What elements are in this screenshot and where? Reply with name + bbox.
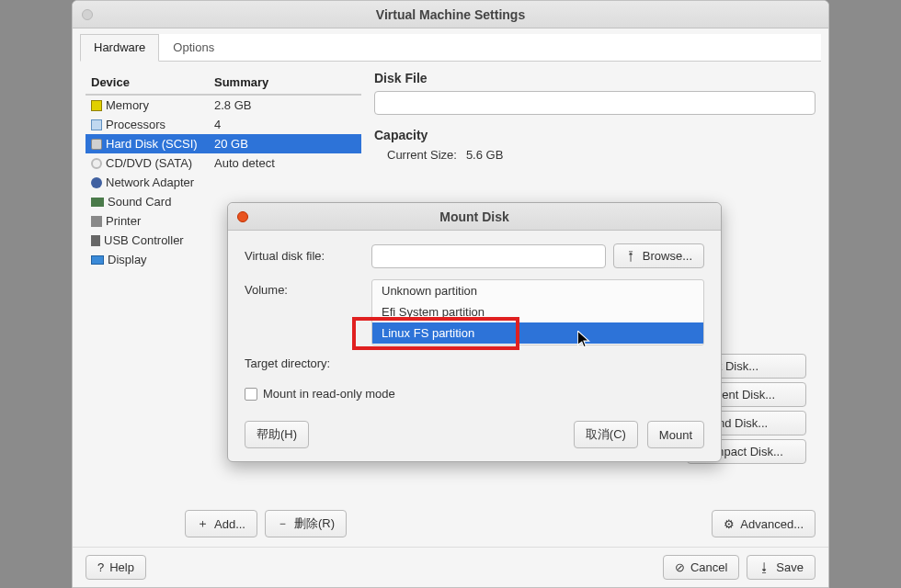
dialog-titlebar: Mount Disk	[228, 203, 721, 231]
question-icon: ?	[97, 560, 104, 574]
current-size-value: 5.6 GB	[466, 148, 503, 162]
footer: ?Help ⊘Cancel ⭳Save	[73, 547, 828, 587]
save-button[interactable]: ⭳Save	[747, 555, 815, 580]
dialog-help-button[interactable]: 帮助(H)	[245, 421, 309, 448]
dialog-close-icon[interactable]	[237, 211, 248, 222]
harddisk-icon	[91, 139, 102, 150]
usb-icon	[91, 235, 100, 246]
dialog-mount-button[interactable]: Mount	[647, 421, 704, 448]
dialog-footer: 帮助(H) 取消(C) Mount	[228, 412, 721, 461]
titlebar: Virtual Machine Settings	[73, 1, 828, 28]
dialog-title: Mount Disk	[439, 209, 508, 224]
delete-button[interactable]: －删除(R)	[265, 510, 347, 537]
window-title: Virtual Machine Settings	[376, 7, 525, 22]
display-icon	[91, 255, 104, 265]
volume-item-unknown[interactable]: Unknown partition	[372, 280, 703, 301]
cd-icon	[91, 158, 102, 169]
sound-icon	[91, 198, 104, 207]
capacity-label: Capacity	[374, 128, 815, 142]
current-size-label: Current Size:	[387, 148, 457, 162]
cpu-icon	[91, 119, 102, 130]
readonly-checkbox[interactable]	[245, 388, 257, 401]
network-icon	[91, 177, 102, 188]
col-summary: Summary	[214, 75, 361, 89]
memory-icon	[91, 100, 102, 111]
volume-item-linuxfs[interactable]: Linux FS partition	[372, 322, 703, 344]
target-directory-label: Target directory:	[245, 356, 364, 370]
volume-listbox[interactable]: Unknown partition Efi System partition L…	[371, 279, 704, 345]
device-row-harddisk[interactable]: Hard Disk (SCSI) 20 GB	[86, 134, 361, 153]
disk-file-label: Disk File	[374, 71, 815, 85]
advanced-button[interactable]: ⚙Advanced...	[712, 510, 815, 537]
bottom-row: ＋Add... －删除(R) ⚙Advanced...	[73, 501, 828, 547]
browse-button[interactable]: ⭱Browse...	[613, 243, 704, 268]
device-row-memory[interactable]: Memory 2.8 GB	[86, 96, 361, 115]
cancel-button[interactable]: ⊘Cancel	[663, 555, 739, 580]
download-icon: ⭳	[758, 560, 770, 574]
volume-label: Volume:	[245, 279, 364, 297]
readonly-row[interactable]: Mount in read-only mode	[245, 387, 704, 401]
close-dot-icon[interactable]	[82, 9, 93, 20]
volume-item-efi[interactable]: Efi System partition	[372, 301, 703, 322]
capacity-row: Current Size: 5.6 GB	[387, 148, 815, 162]
printer-icon	[91, 216, 102, 227]
minus-icon: －	[277, 515, 289, 532]
device-row-processors[interactable]: Processors 4	[86, 115, 361, 134]
dialog-cancel-button[interactable]: 取消(C)	[574, 421, 638, 448]
mount-disk-dialog: Mount Disk Virtual disk file: ⭱Browse...…	[227, 202, 722, 462]
tab-options[interactable]: Options	[159, 34, 228, 61]
add-button[interactable]: ＋Add...	[185, 510, 257, 537]
virtual-disk-file-label: Virtual disk file:	[245, 249, 364, 263]
gear-icon: ⚙	[724, 517, 735, 531]
tab-hardware[interactable]: Hardware	[80, 34, 159, 62]
help-button[interactable]: ?Help	[86, 555, 146, 580]
device-row-network[interactable]: Network Adapter	[86, 173, 361, 192]
upload-icon: ⭱	[625, 249, 637, 263]
col-device: Device	[86, 75, 214, 89]
prohibit-icon: ⊘	[675, 560, 685, 574]
plus-icon: ＋	[197, 515, 209, 532]
tab-row: Hardware Options	[80, 34, 821, 62]
disk-file-input[interactable]	[374, 91, 815, 115]
device-table-header: Device Summary	[86, 71, 361, 96]
device-row-cddvd[interactable]: CD/DVD (SATA) Auto detect	[86, 153, 361, 173]
virtual-disk-file-input[interactable]	[371, 244, 606, 268]
readonly-label: Mount in read-only mode	[263, 387, 395, 401]
